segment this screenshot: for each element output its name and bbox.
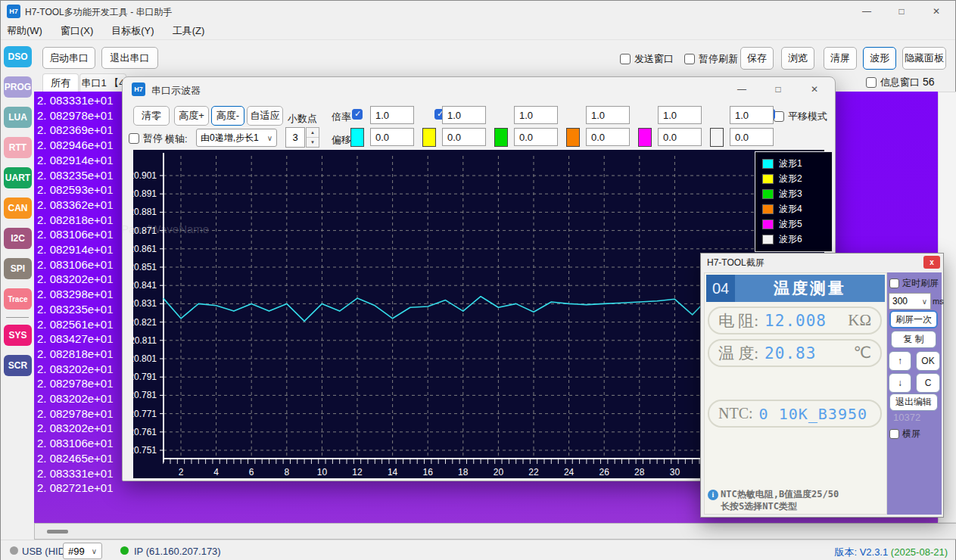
info-window-checkbox[interactable]: 信息窗口 bbox=[866, 76, 920, 89]
list-item[interactable]: 2. 082978e+01 bbox=[37, 407, 114, 422]
channel-2-offset-input[interactable]: 0.0 bbox=[442, 128, 486, 146]
stepper-up-icon[interactable]: ▲ bbox=[307, 128, 319, 138]
ok-button[interactable]: OK bbox=[916, 351, 940, 371]
down-button[interactable]: ↓ bbox=[889, 373, 911, 393]
list-item[interactable]: 2. 082978e+01 bbox=[37, 377, 114, 392]
list-item[interactable]: 2. 083331e+01 bbox=[37, 94, 114, 109]
channel-6-offset-input[interactable]: 0.0 bbox=[730, 128, 774, 146]
haxis-select[interactable]: 由0递增,步长1∨ bbox=[196, 129, 277, 147]
channel-1-offset-input[interactable]: 0.0 bbox=[370, 128, 414, 146]
decimal-stepper[interactable]: ▲▼ bbox=[306, 127, 319, 148]
timer-refresh-checkbox[interactable]: 定时刷屏 bbox=[889, 277, 939, 290]
list-item[interactable]: 2. 082593e+01 bbox=[37, 183, 114, 198]
list-item[interactable]: 2. 083202e+01 bbox=[37, 392, 114, 407]
list-item[interactable]: 2. 083427e+01 bbox=[37, 332, 114, 347]
menu-help[interactable]: 帮助(W) bbox=[7, 24, 42, 38]
sidebar-item-uart[interactable]: UART bbox=[4, 167, 32, 188]
sidebar-item-i2c[interactable]: I2C bbox=[4, 228, 32, 249]
list-item[interactable]: 2. 082914e+01 bbox=[37, 243, 114, 258]
list-item[interactable]: 2. 082946e+01 bbox=[37, 138, 114, 154]
channel-1-color-swatch[interactable] bbox=[350, 128, 364, 147]
menu-window[interactable]: 窗口(X) bbox=[61, 24, 93, 38]
tab-all[interactable]: 所有 bbox=[42, 73, 79, 92]
landscape-checkbox[interactable]: 横屏 bbox=[889, 428, 920, 440]
list-item[interactable]: 2. 083362e+01 bbox=[37, 198, 114, 213]
screenshot-close-button[interactable]: x bbox=[923, 256, 940, 269]
channel-4-color-swatch[interactable] bbox=[566, 128, 580, 147]
channel-5-color-swatch[interactable] bbox=[638, 128, 652, 147]
sidebar-item-trace[interactable]: Trace bbox=[4, 288, 32, 310]
menu-target-board[interactable]: 目标板(Y) bbox=[111, 24, 154, 38]
list-item[interactable]: 2. 082818e+01 bbox=[37, 213, 114, 229]
sidebar-item-can[interactable]: CAN bbox=[4, 198, 32, 219]
list-item[interactable]: 2. 083106e+01 bbox=[37, 228, 114, 243]
sidebar-item-dso[interactable]: DSO bbox=[4, 46, 32, 67]
channel-6-color-swatch[interactable] bbox=[710, 128, 724, 147]
timer-refresh-checkbox-box[interactable] bbox=[889, 278, 899, 288]
pause-refresh-checkbox[interactable]: 暂停刷新 bbox=[684, 52, 738, 66]
channel-3-color-swatch[interactable] bbox=[494, 128, 508, 147]
scope-pause-checkbox-box[interactable] bbox=[129, 133, 139, 144]
exit-edit-button[interactable]: 退出编辑 bbox=[889, 394, 938, 411]
scope-pause-checkbox[interactable]: 暂停 bbox=[129, 132, 163, 145]
browse-button[interactable]: 浏览 bbox=[781, 47, 814, 70]
list-item[interactable]: 2. 082369e+01 bbox=[37, 123, 114, 138]
pan-mode-checkbox[interactable]: 平移模式 bbox=[774, 110, 827, 123]
scope-zero-button[interactable]: 清零 bbox=[133, 106, 170, 126]
sidebar-item-prog[interactable]: PROG bbox=[4, 76, 32, 98]
scope-minimize-button[interactable]: — bbox=[729, 79, 755, 99]
sidebar-item-rtt[interactable]: RTT bbox=[4, 137, 32, 158]
scope-maximize-button[interactable]: □ bbox=[765, 79, 791, 99]
tab-serial1[interactable]: 串口1 【4 bbox=[79, 73, 126, 92]
pan-mode-checkbox-box[interactable] bbox=[774, 111, 784, 122]
maximize-button[interactable]: □ bbox=[889, 1, 914, 21]
copy-button[interactable]: 复 制 bbox=[891, 331, 936, 348]
sidebar-item-sys[interactable]: SYS bbox=[4, 325, 32, 346]
start-serial-button[interactable]: 启动串口 bbox=[42, 47, 95, 69]
channel-1-enable-checkbox[interactable] bbox=[352, 109, 363, 120]
channel-6-scale-input[interactable]: 1.0 bbox=[730, 106, 774, 124]
channel-3-offset-input[interactable]: 0.0 bbox=[514, 128, 558, 146]
send-window-checkbox-box[interactable] bbox=[620, 54, 631, 64]
sidebar-item-lua[interactable]: LUA bbox=[4, 107, 32, 128]
list-item[interactable]: 2. 083235e+01 bbox=[37, 169, 114, 184]
channel-5-scale-input[interactable]: 1.0 bbox=[658, 106, 702, 124]
list-item[interactable]: 2. 082465e+01 bbox=[37, 452, 114, 467]
c-button[interactable]: C bbox=[916, 373, 940, 393]
pause-refresh-checkbox-box[interactable] bbox=[684, 54, 695, 64]
stepper-down-icon[interactable]: ▼ bbox=[307, 138, 319, 147]
scope-close-button[interactable]: ✕ bbox=[802, 79, 827, 99]
list-item[interactable]: 2. 082721e+01 bbox=[37, 481, 114, 496]
channel-4-scale-input[interactable]: 1.0 bbox=[586, 106, 630, 124]
list-item[interactable]: 2. 082978e+01 bbox=[37, 109, 114, 124]
channel-4-offset-input[interactable]: 0.0 bbox=[586, 128, 630, 146]
scope-height-minus-button[interactable]: 高度- bbox=[211, 106, 244, 126]
minimize-button[interactable]: — bbox=[854, 1, 880, 21]
list-item[interactable]: 2. 082561e+01 bbox=[37, 318, 114, 333]
hide-panel-button[interactable]: 隐藏面板 bbox=[902, 47, 946, 70]
interval-select[interactable]: 300∨ bbox=[889, 293, 931, 310]
list-item[interactable]: 2. 083202e+01 bbox=[37, 362, 114, 378]
scope-height-plus-button[interactable]: 高度+ bbox=[174, 106, 209, 126]
exit-serial-button[interactable]: 退出串口 bbox=[101, 47, 158, 69]
menu-tools[interactable]: 工具(Z) bbox=[173, 24, 205, 38]
sidebar-item-scr[interactable]: SCR bbox=[4, 355, 32, 376]
channel-5-offset-input[interactable]: 0.0 bbox=[658, 128, 702, 146]
channel-2-scale-input[interactable]: 1.0 bbox=[442, 106, 486, 124]
list-item[interactable]: 2. 083331e+01 bbox=[37, 467, 114, 482]
save-button[interactable]: 保存 bbox=[740, 47, 774, 70]
decimal-value-input[interactable]: 3 bbox=[285, 127, 305, 148]
scope-autofit-button[interactable]: 自适应 bbox=[247, 106, 283, 126]
clear-screen-button[interactable]: 清屏 bbox=[824, 47, 857, 70]
close-button[interactable]: ✕ bbox=[923, 1, 949, 21]
list-item[interactable]: 2. 082914e+01 bbox=[37, 154, 114, 169]
up-button[interactable]: ↑ bbox=[889, 351, 911, 371]
sidebar-item-spi[interactable]: SPI bbox=[4, 258, 32, 279]
landscape-checkbox-box[interactable] bbox=[889, 429, 899, 439]
list-item[interactable]: 2. 083202e+01 bbox=[37, 422, 114, 437]
channel-2-color-swatch[interactable] bbox=[422, 128, 436, 147]
channel-3-scale-input[interactable]: 1.0 bbox=[514, 106, 558, 124]
port-select[interactable]: #99∨ bbox=[63, 543, 102, 559]
list-item[interactable]: 2. 083106e+01 bbox=[37, 437, 114, 452]
info-window-checkbox-box[interactable] bbox=[866, 77, 877, 88]
